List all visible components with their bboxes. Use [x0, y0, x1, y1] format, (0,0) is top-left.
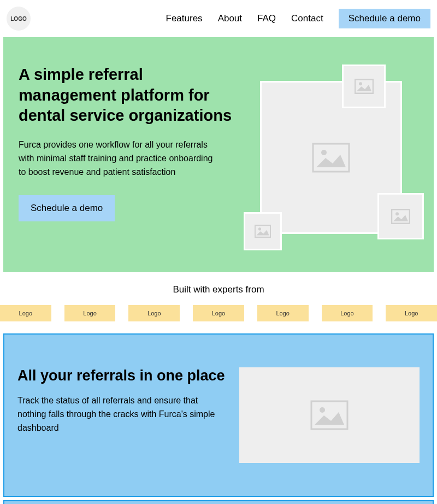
- feature-subtitle: Track the status of all referrals and en…: [17, 394, 225, 435]
- nav-contact[interactable]: Contact: [291, 13, 323, 24]
- nav-about[interactable]: About: [218, 13, 242, 24]
- hero-content: A simple referral management platform fo…: [19, 65, 233, 250]
- image-icon: [310, 400, 349, 430]
- feature-section: All your referrals in one place Track th…: [3, 333, 434, 497]
- experts-section: Built with experts from Logo Logo Logo L…: [0, 272, 437, 328]
- svg-rect-0: [313, 144, 349, 172]
- image-placeholder-2: [377, 193, 424, 239]
- expert-logo: Logo: [193, 305, 244, 321]
- hero-section: A simple referral management platform fo…: [3, 37, 434, 272]
- expert-logo: Logo: [257, 305, 309, 321]
- svg-point-9: [320, 407, 325, 413]
- logo-badge[interactable]: LOGO: [7, 7, 31, 31]
- svg-point-5: [395, 212, 399, 215]
- svg-point-7: [258, 227, 261, 230]
- next-feature-section: [3, 500, 434, 504]
- feature-content: All your referrals in one place Track th…: [17, 367, 226, 435]
- feature-image-placeholder: [239, 367, 420, 463]
- svg-point-3: [359, 82, 362, 85]
- svg-point-1: [321, 150, 327, 155]
- nav-faq[interactable]: FAQ: [257, 13, 276, 24]
- svg-rect-2: [355, 79, 373, 93]
- hero-images: [244, 65, 418, 250]
- svg-rect-8: [311, 401, 347, 429]
- logo-row: Logo Logo Logo Logo Logo Logo Logo: [0, 305, 437, 321]
- nav-features[interactable]: Features: [166, 13, 203, 24]
- image-icon: [255, 225, 271, 238]
- svg-rect-4: [392, 209, 410, 224]
- nav: Features About FAQ Contact Schedule a de…: [166, 9, 430, 28]
- expert-logo: Logo: [128, 305, 180, 321]
- expert-logo: Logo: [386, 305, 437, 321]
- image-placeholder-3: [244, 212, 282, 250]
- schedule-demo-button[interactable]: Schedule a demo: [339, 9, 430, 28]
- expert-logo: Logo: [322, 305, 373, 321]
- expert-logo: Logo: [64, 305, 116, 321]
- image-icon: [355, 79, 374, 94]
- image-icon: [391, 209, 410, 224]
- hero-subtitle: Furca provides one workflow for all your…: [19, 138, 215, 179]
- hero-title: A simple referral management platform fo…: [19, 65, 233, 126]
- feature-title: All your referrals in one place: [17, 367, 226, 384]
- svg-rect-6: [255, 225, 270, 237]
- experts-title: Built with experts from: [0, 284, 437, 295]
- image-placeholder-1: [342, 65, 386, 108]
- expert-logo: Logo: [0, 305, 51, 321]
- image-icon: [312, 143, 350, 173]
- hero-schedule-demo-button[interactable]: Schedule a demo: [19, 195, 115, 221]
- header: LOGO Features About FAQ Contact Schedule…: [0, 0, 437, 37]
